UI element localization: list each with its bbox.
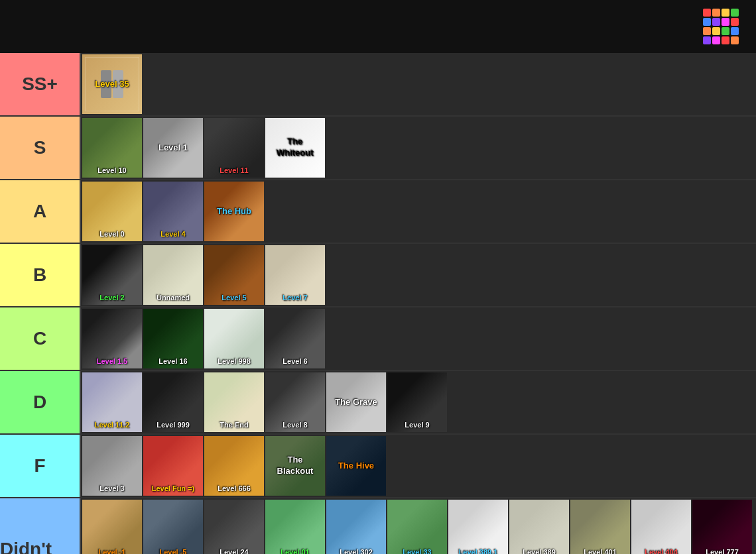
item-dr8[interactable]: Level 389: [509, 500, 569, 554]
item-dr6[interactable]: Level 33: [387, 500, 447, 554]
logo-cell-15: [731, 36, 739, 44]
logo-cell-10: [722, 27, 729, 35]
item-label-a1: Level 0: [82, 230, 142, 239]
item-label-d3: The End: [204, 421, 264, 429]
logo-cell-14: [722, 36, 729, 44]
item-dr11[interactable]: Level 777: [692, 500, 752, 554]
item-dr5[interactable]: Level 302: [326, 500, 386, 554]
item-c1[interactable]: Level 1.5: [82, 309, 142, 368]
item-c3[interactable]: Level 998: [204, 309, 264, 368]
tier-label-ss: SS+: [0, 53, 80, 115]
item-label-c3: Level 998: [204, 357, 264, 366]
item-label-d5: The Grave: [330, 397, 383, 408]
item-dr7[interactable]: Level 389.1: [448, 500, 508, 554]
item-s2[interactable]: Level 1: [143, 118, 203, 178]
logo-cell-7: [731, 18, 739, 26]
tier-row-ss: SS+ Level 35: [0, 53, 756, 117]
item-label-f2: Level Fun =): [143, 484, 203, 493]
item-dr4[interactable]: Level 01: [265, 500, 325, 554]
logo-cell-11: [731, 27, 739, 35]
item-label-d4: Level 8: [265, 421, 325, 429]
item-s3[interactable]: Level 11: [204, 118, 264, 178]
item-a1[interactable]: Level 0: [82, 182, 142, 241]
item-label-c4: Level 6: [265, 357, 325, 366]
tier-items-a: Level 0Level 4The Hub: [80, 180, 756, 243]
logo-cell-8: [703, 27, 711, 35]
tier-items-d: Level 11.2Level 999The EndLevel 8The Gra…: [80, 371, 756, 433]
tier-container: SS+ Level 35SLevel 10Level 1Level 11The …: [0, 53, 756, 554]
logo-cell-13: [712, 36, 720, 44]
item-f2[interactable]: Level Fun =): [143, 436, 203, 496]
item-d2[interactable]: Level 999: [143, 372, 203, 432]
item-label-dr10: Level 404: [631, 548, 691, 554]
tier-row-b: BLevel 2UnnamedLevel 5Level 7: [0, 244, 756, 307]
item-f3[interactable]: Level 666: [204, 436, 264, 496]
tier-items-ss: Level 35: [80, 53, 756, 115]
item-b1[interactable]: Level 2: [82, 245, 142, 305]
item-label-dr4: Level 01: [265, 548, 325, 554]
logo-grid-icon: [703, 9, 739, 44]
item-dr2[interactable]: Level -5: [143, 500, 203, 554]
item-label-dr2: Level -5: [143, 548, 203, 554]
tier-row-d: DLevel 11.2Level 999The EndLevel 8The Gr…: [0, 371, 756, 435]
item-label-c1: Level 1.5: [82, 357, 142, 366]
tier-items-f: Level 3Level Fun =)Level 666The Blackout…: [80, 435, 756, 497]
item-label-b1: Level 2: [82, 294, 142, 302]
item-label-b2: Unnamed: [143, 294, 203, 302]
item-label-s1: Level 10: [82, 166, 142, 175]
tier-row-a: ALevel 0Level 4The Hub: [0, 180, 756, 244]
logo-cell-3: [731, 9, 739, 17]
item-label-dr5: Level 302: [326, 548, 386, 554]
item-label-dr7: Level 389.1: [448, 548, 508, 554]
tier-items-c: Level 1.5Level 16Level 998Level 6: [80, 307, 756, 370]
item-s4[interactable]: The Whiteout: [265, 118, 325, 178]
item-label-dr8: Level 389: [509, 548, 569, 554]
tier-label-dr: Didn't Read: [0, 498, 80, 554]
header: [0, 0, 756, 53]
tier-row-f: FLevel 3Level Fun =)Level 666The Blackou…: [0, 435, 756, 498]
item-a3[interactable]: The Hub: [204, 182, 264, 241]
item-d5[interactable]: The Grave: [326, 372, 386, 432]
item-label-dr6: Level 33: [387, 548, 447, 554]
item-d4[interactable]: Level 8: [265, 372, 325, 432]
logo-cell-6: [722, 18, 729, 26]
item-d1[interactable]: Level 11.2: [82, 372, 142, 432]
item-f4[interactable]: The Blackout: [265, 436, 325, 496]
item-label-d6: Level 9: [387, 421, 447, 429]
item-label-d1: Level 11.2: [82, 421, 142, 429]
item-a2[interactable]: Level 4: [143, 182, 203, 241]
item-c4[interactable]: Level 6: [265, 309, 325, 368]
logo-cell-4: [703, 18, 711, 26]
item-dr9[interactable]: Level 401: [570, 500, 630, 554]
item-label-b4: Level 7: [265, 294, 325, 302]
item-s1[interactable]: Level 10: [82, 118, 142, 178]
tiermaker-logo: [703, 9, 745, 44]
item-b4[interactable]: Level 7: [265, 245, 325, 305]
item-label-dr1: Level -1: [82, 548, 142, 554]
tier-items-b: Level 2UnnamedLevel 5Level 7: [80, 244, 756, 306]
item-f1[interactable]: Level 3: [82, 436, 142, 496]
item-d3[interactable]: The End: [204, 372, 264, 432]
item-b2[interactable]: Unnamed: [143, 245, 203, 305]
tier-items-dr: Level -1Level -5Level 24Level 01Level 30…: [80, 498, 756, 554]
item-dr3[interactable]: Level 24: [204, 500, 264, 554]
item-label-s4: The Whiteout: [269, 137, 322, 159]
item-label-f3: Level 666: [204, 484, 264, 493]
item-ss1[interactable]: Level 35: [82, 54, 142, 114]
item-label-f1: Level 3: [82, 484, 142, 493]
item-b3[interactable]: Level 5: [204, 245, 264, 305]
tier-label-d: D: [0, 371, 80, 433]
logo-cell-9: [712, 27, 720, 35]
item-label-f4: The Blackout: [269, 455, 322, 477]
item-label-s3: Level 11: [204, 166, 264, 175]
tier-label-s: S: [0, 117, 80, 179]
item-label-s2: Level 1: [147, 142, 200, 154]
tier-label-b: B: [0, 244, 80, 306]
item-dr10[interactable]: Level 404: [631, 500, 691, 554]
item-f5[interactable]: The Hive: [326, 436, 386, 496]
item-c2[interactable]: Level 16: [143, 309, 203, 368]
item-label-dr11: Level 777: [692, 548, 752, 554]
item-label-c2: Level 16: [143, 357, 203, 366]
item-dr1[interactable]: Level -1: [82, 500, 142, 554]
item-d6[interactable]: Level 9: [387, 372, 447, 432]
